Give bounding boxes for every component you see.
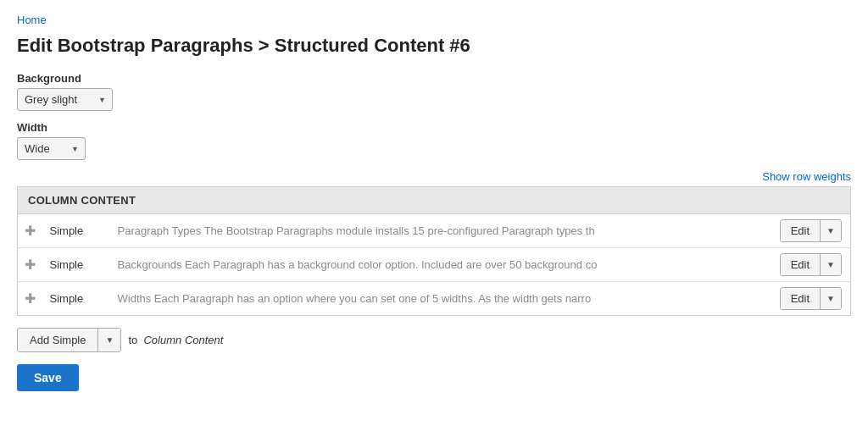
edit-button[interactable]: Edit <box>781 288 821 309</box>
row-preview: Paragraph Types The Bootstrap Paragraphs… <box>111 214 734 248</box>
row-actions: Edit ▼ <box>734 248 851 282</box>
table-header-row: COLUMN CONTENT <box>18 187 851 214</box>
show-row-weights-section: Show row weights <box>17 170 851 183</box>
edit-dropdown-button[interactable]: ▼ <box>821 220 841 241</box>
background-select[interactable]: Grey slight None Grey medium White Dark <box>17 88 113 111</box>
column-content-label: Column Content <box>143 334 223 346</box>
width-select[interactable]: Wide Narrow Medium Full <box>17 137 86 160</box>
drag-handle[interactable]: ✚ <box>18 282 43 316</box>
background-select-wrapper: Grey slight None Grey medium White Dark <box>17 88 113 111</box>
row-type: Simple <box>43 248 111 282</box>
table-row: ✚ Simple Paragraph Types The Bootstrap P… <box>18 214 851 248</box>
add-to-label: to Column Content <box>128 334 223 346</box>
edit-button-group: Edit ▼ <box>780 287 842 310</box>
edit-button-group: Edit ▼ <box>780 219 842 242</box>
column-content-header: COLUMN CONTENT <box>18 187 851 214</box>
width-label: Width <box>17 121 851 134</box>
edit-dropdown-button[interactable]: ▼ <box>821 254 841 275</box>
edit-button[interactable]: Edit <box>781 254 821 275</box>
column-content-table: COLUMN CONTENT ✚ Simple Paragraph Types … <box>17 186 851 316</box>
width-field-group: Width Wide Narrow Medium Full <box>17 121 851 160</box>
row-preview: Widths Each Paragraph has an option wher… <box>111 282 734 316</box>
width-select-wrapper: Wide Narrow Medium Full <box>17 137 86 160</box>
edit-dropdown-button[interactable]: ▼ <box>821 288 841 309</box>
row-type: Simple <box>43 282 111 316</box>
drag-handle[interactable]: ✚ <box>18 214 43 248</box>
add-simple-dropdown-button[interactable]: ▼ <box>98 329 120 351</box>
breadcrumb: Home <box>17 14 851 26</box>
edit-button[interactable]: Edit <box>781 220 821 241</box>
background-field-group: Background Grey slight None Grey medium … <box>17 72 851 111</box>
add-simple-button[interactable]: Add Simple <box>18 329 98 351</box>
table-row: ✚ Simple Backgrounds Each Paragraph has … <box>18 248 851 282</box>
background-label: Background <box>17 72 851 85</box>
home-link[interactable]: Home <box>17 14 47 26</box>
edit-button-group: Edit ▼ <box>780 253 842 276</box>
add-simple-button-group: Add Simple ▼ <box>17 328 121 352</box>
show-row-weights-link[interactable]: Show row weights <box>762 170 851 183</box>
row-actions: Edit ▼ <box>734 282 851 316</box>
save-button[interactable]: Save <box>17 364 79 391</box>
table-row: ✚ Simple Widths Each Paragraph has an op… <box>18 282 851 316</box>
row-actions: Edit ▼ <box>734 214 851 248</box>
row-type: Simple <box>43 214 111 248</box>
page-title: Edit Bootstrap Paragraphs > Structured C… <box>17 35 851 57</box>
drag-handle[interactable]: ✚ <box>18 248 43 282</box>
add-row: Add Simple ▼ to Column Content <box>17 328 851 352</box>
row-preview: Backgrounds Each Paragraph has a backgro… <box>111 248 734 282</box>
